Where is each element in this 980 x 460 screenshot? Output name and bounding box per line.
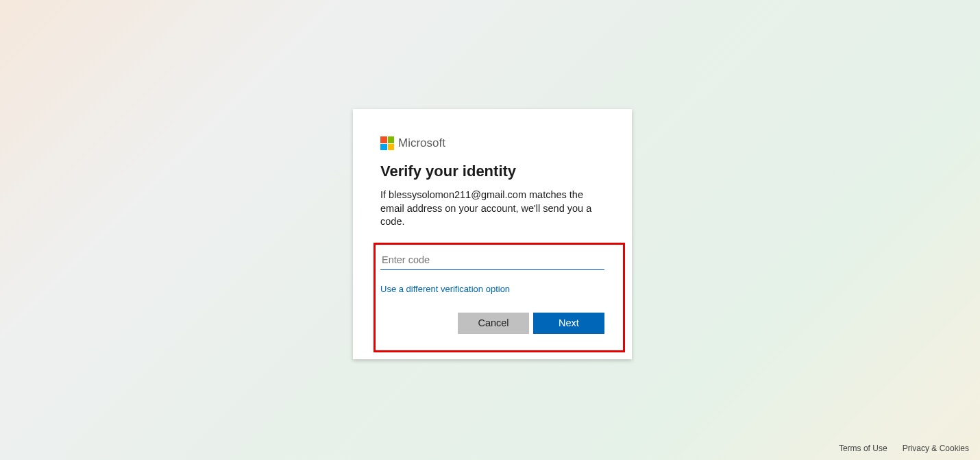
cancel-button[interactable]: Cancel	[458, 313, 529, 334]
different-verification-link[interactable]: Use a different verification option	[380, 284, 510, 294]
highlighted-region: Use a different verification option Canc…	[373, 243, 625, 352]
footer-links: Terms of Use Privacy & Cookies	[839, 444, 969, 453]
microsoft-logo-icon	[380, 136, 394, 150]
brand-name: Microsoft	[398, 136, 445, 150]
code-input[interactable]	[380, 250, 604, 270]
brand-row: Microsoft	[380, 136, 604, 150]
next-button[interactable]: Next	[533, 313, 604, 334]
button-row: Cancel Next	[380, 313, 604, 334]
privacy-link[interactable]: Privacy & Cookies	[903, 444, 969, 453]
terms-link[interactable]: Terms of Use	[839, 444, 887, 453]
page-title: Verify your identity	[380, 162, 604, 180]
instruction-text: If blessysolomon211@gmail.com matches th…	[380, 189, 604, 229]
auth-card: Microsoft Verify your identity If blessy…	[353, 109, 632, 359]
